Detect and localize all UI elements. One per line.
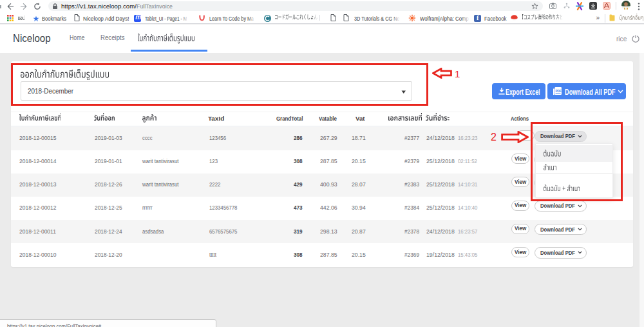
svg-text:PDF: PDF <box>555 90 562 93</box>
